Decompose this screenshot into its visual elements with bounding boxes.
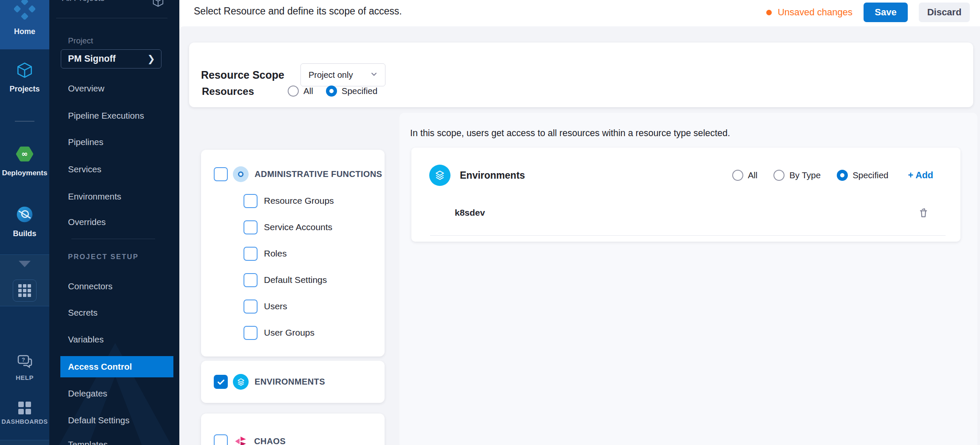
rail-label-home: Home: [14, 27, 35, 36]
sidebar-item-secrets[interactable]: Secrets: [49, 305, 179, 320]
sidebar-item-pipelines[interactable]: Pipelines: [49, 135, 179, 149]
sidebar-divider: [71, 239, 155, 239]
unsaved-changes-indicator: Unsaved changes: [766, 7, 853, 18]
project-label: Project: [68, 36, 93, 46]
service-accounts-row: Service Accounts: [201, 214, 385, 240]
resources-title: Resources: [202, 86, 254, 97]
environment-name: k8sdev: [455, 208, 917, 218]
resource-groups-label: Resource Groups: [264, 196, 334, 206]
chevron-right-icon: ❯: [147, 54, 155, 65]
user-groups-label: User Groups: [264, 328, 314, 338]
unsaved-changes-label: Unsaved changes: [778, 7, 853, 18]
rail-item-dashboards[interactable]: DASHBOARDS: [0, 402, 49, 425]
sidebar-item-pipeline-executions[interactable]: Pipeline Executions: [49, 108, 179, 123]
rail-item-deployments[interactable]: ∞ Deployments: [0, 145, 49, 177]
users-label: Users: [264, 301, 287, 311]
project-sidebar: All Projects Project PM Signoff ❯ Overvi…: [49, 0, 179, 445]
sidebar-item-overview[interactable]: Overview: [49, 81, 179, 96]
radio-label: Specified: [342, 86, 377, 96]
rail-label-help: HELP: [16, 374, 34, 381]
sidebar-item-delegates[interactable]: Delegates: [49, 386, 179, 401]
project-selector[interactable]: PM Signoff ❯: [61, 49, 161, 68]
environments-icon: [429, 165, 450, 186]
admin-functions-label: ADMINISTRATIVE FUNCTIONS: [255, 169, 382, 179]
service-accounts-checkbox[interactable]: [244, 220, 258, 234]
rail-label-dashboards: DASHBOARDS: [2, 418, 48, 425]
scope-selector-partial[interactable]: All Projects: [62, 0, 105, 3]
rail-item-home[interactable]: Home: [0, 0, 49, 49]
env-radio-by-type[interactable]: By Type: [773, 170, 821, 181]
users-checkbox[interactable]: [244, 300, 258, 314]
svg-text:∞: ∞: [21, 149, 28, 158]
rail-item-projects[interactable]: Projects: [0, 61, 49, 94]
resources-radio-all[interactable]: All: [288, 86, 313, 97]
sidebar-item-overrides[interactable]: Overrides: [49, 215, 179, 229]
default-settings-checkbox[interactable]: [244, 273, 258, 287]
environments-detail-header: Environments All By Type: [411, 148, 960, 203]
sidebar-item-environments[interactable]: Environments: [49, 189, 179, 204]
project-setup-section-label: PROJECT SETUP: [68, 253, 139, 261]
admin-functions-card: ADMINISTRATIVE FUNCTIONS Resource Groups…: [201, 150, 385, 357]
save-button[interactable]: Save: [864, 3, 908, 22]
collapse-chevron-icon[interactable]: [19, 261, 31, 267]
user-groups-checkbox[interactable]: [244, 326, 258, 340]
rail-item-help[interactable]: ? HELP: [0, 354, 49, 381]
resource-detail-panel: In this scope, users get access to all r…: [399, 113, 977, 445]
resource-scope-title: Resource Scope: [201, 69, 284, 81]
sidebar-item-default-settings[interactable]: Default Settings: [49, 413, 179, 428]
sidebar-item-services[interactable]: Services: [49, 162, 179, 177]
dropdown-chevron-icon: [370, 70, 378, 80]
module-grid-button[interactable]: [13, 280, 37, 302]
radio-selected-icon: [326, 86, 337, 97]
default-settings-row: Default Settings: [201, 267, 385, 293]
env-radio-specified[interactable]: Specified: [837, 170, 888, 181]
resource-scope-card: Resource Scope Project only: [189, 43, 973, 107]
rail-divider: [15, 121, 34, 122]
resources-radio-specified[interactable]: Specified: [326, 86, 377, 97]
trash-icon[interactable]: [917, 206, 930, 219]
sidebar-item-variables[interactable]: Variables: [49, 332, 179, 347]
resource-groups-checkbox[interactable]: [244, 194, 258, 208]
user-groups-row: User Groups: [201, 319, 385, 346]
harness-logo-icon: [14, 0, 35, 21]
unsaved-dot-icon: [766, 10, 772, 15]
resource-groups-row: Resource Groups: [201, 188, 385, 214]
chaos-icon: [233, 434, 248, 445]
topbar: Select Resource and define its scope of …: [179, 0, 980, 26]
radio-icon: [732, 170, 743, 181]
radio-label: All: [303, 86, 313, 96]
radio-label: By Type: [789, 170, 821, 180]
main-area: Select Resource and define its scope of …: [179, 0, 980, 445]
roles-row: Roles: [201, 240, 385, 267]
help-icon: ?: [17, 354, 32, 370]
resource-scope-dropdown[interactable]: Project only: [300, 63, 385, 86]
builds-icon: [15, 205, 34, 225]
row-divider: [430, 235, 946, 236]
sidebar-item-connectors[interactable]: Connectors: [49, 279, 179, 294]
project-name: PM Signoff: [68, 54, 147, 64]
environments-checkbox[interactable]: [214, 375, 228, 389]
rail-bottom-band: [0, 440, 49, 445]
grid-icon: [18, 284, 31, 297]
rail-item-builds[interactable]: Builds: [0, 205, 49, 238]
environments-radio-group: All By Type Specified + Add: [732, 170, 933, 181]
add-environment-link[interactable]: + Add: [908, 170, 933, 181]
environments-type-label: ENVIRONMENTS: [255, 377, 325, 387]
topbar-actions: Unsaved changes Save Discard: [766, 0, 970, 25]
admin-functions-row: ADMINISTRATIVE FUNCTIONS: [201, 163, 385, 185]
sidebar-item-access-control[interactable]: Access Control: [60, 356, 173, 377]
discard-button[interactable]: Discard: [919, 3, 970, 22]
sidebar-item-templates[interactable]: Templates: [49, 437, 179, 445]
environment-row: k8sdev: [411, 198, 960, 228]
default-settings-label: Default Settings: [264, 275, 327, 285]
chaos-checkbox[interactable]: [214, 434, 228, 445]
deployments-icon: ∞: [15, 145, 34, 165]
app-window: Home Projects ∞ Deployments: [0, 0, 980, 445]
roles-checkbox[interactable]: [244, 247, 258, 261]
service-accounts-label: Service Accounts: [264, 222, 332, 232]
environments-detail-title: Environments: [460, 170, 525, 181]
env-radio-all[interactable]: All: [732, 170, 758, 181]
svg-text:?: ?: [22, 357, 25, 363]
chaos-type-card: CHAOS: [201, 414, 385, 445]
admin-functions-checkbox[interactable]: [214, 167, 228, 181]
